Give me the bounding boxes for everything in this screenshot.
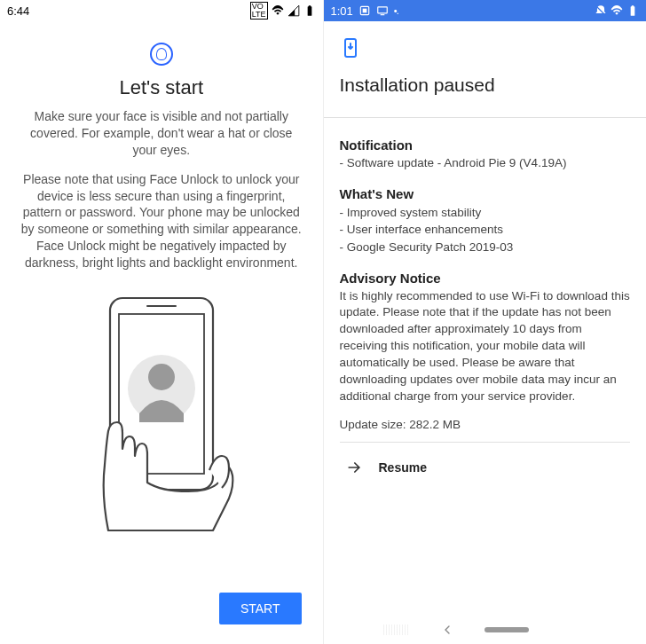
svg-point-4 bbox=[148, 364, 175, 390]
status-bar: 6:44 VOLTE bbox=[0, 0, 323, 21]
keyboard-hint-icon bbox=[383, 624, 410, 635]
nav-bar bbox=[324, 616, 647, 644]
notification-text: - Software update - Android Pie 9 (V4.19… bbox=[340, 155, 631, 172]
download-icon bbox=[340, 37, 631, 62]
whats-new-heading: What's New bbox=[340, 186, 631, 201]
resume-label: Resume bbox=[379, 460, 427, 475]
resume-button[interactable]: Resume bbox=[324, 443, 647, 492]
battery-icon bbox=[303, 4, 316, 17]
whats-new-item: - User interface enhancements bbox=[340, 221, 631, 239]
face-unlock-setup-screen: 6:44 VOLTE Let's start Make sure your fa… bbox=[0, 0, 323, 644]
svg-rect-7 bbox=[378, 7, 388, 13]
face-scan-icon bbox=[0, 43, 323, 66]
status-bar: 1:01 •. bbox=[324, 0, 647, 21]
dnd-icon bbox=[595, 4, 607, 17]
status-icons: VOLTE bbox=[250, 2, 316, 20]
update-size-text: Update size: 282.2 MB bbox=[340, 418, 631, 431]
signal-icon bbox=[288, 4, 300, 17]
status-icons bbox=[595, 4, 639, 17]
installation-paused-screen: 1:01 •. Installation paused Notification… bbox=[323, 0, 647, 644]
screenshot-icon bbox=[358, 4, 371, 17]
notification-heading: Notification bbox=[340, 137, 631, 153]
advisory-heading: Advisory Notice bbox=[340, 271, 631, 286]
face-unlock-illustration bbox=[0, 284, 323, 593]
wifi-icon bbox=[272, 4, 284, 17]
clock: 1:01 bbox=[331, 4, 353, 18]
nav-home-pill[interactable] bbox=[484, 627, 529, 632]
instruction-text-1: Make sure your face is visible and not p… bbox=[0, 108, 323, 159]
volte-icon: VOLTE bbox=[250, 2, 268, 20]
whats-new-item: - Improved system stability bbox=[340, 204, 631, 222]
nav-back-button[interactable] bbox=[440, 623, 454, 637]
page-title: Installation paused bbox=[340, 75, 631, 96]
whats-new-item: - Google Security Patch 2019-03 bbox=[340, 239, 631, 256]
page-title: Let's start bbox=[0, 76, 323, 99]
clock: 6:44 bbox=[7, 4, 29, 18]
notification-dots-icon: •. bbox=[394, 5, 398, 16]
wifi-icon bbox=[611, 4, 623, 17]
svg-rect-6 bbox=[362, 9, 366, 13]
advisory-text: It is highly recommended to use Wi-Fi to… bbox=[340, 288, 631, 405]
cast-icon bbox=[376, 4, 389, 17]
battery-icon bbox=[626, 4, 639, 17]
instruction-text-2: Please note that using Face Unlock to un… bbox=[0, 171, 323, 271]
start-button[interactable]: START bbox=[219, 593, 302, 624]
arrow-right-icon bbox=[345, 459, 363, 476]
